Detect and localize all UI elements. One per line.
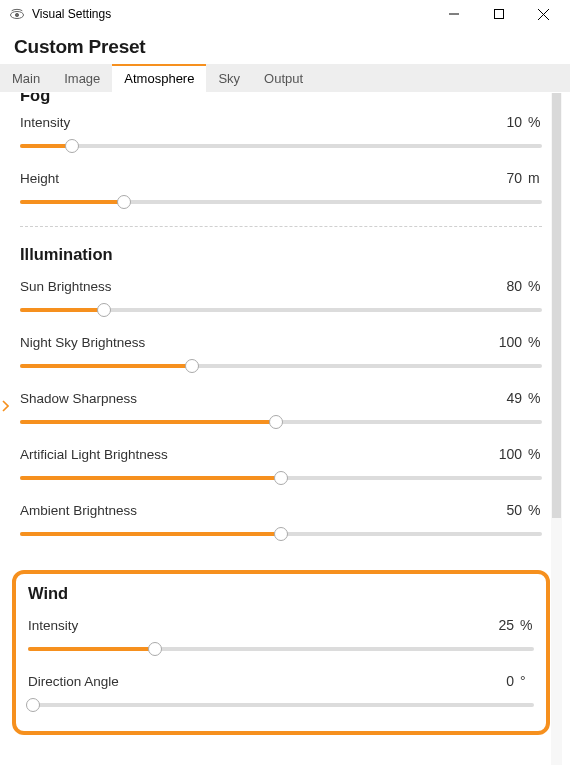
tab-main[interactable]: Main — [0, 64, 52, 92]
slider-thumb[interactable] — [65, 139, 79, 153]
section-title-wind: Wind — [20, 574, 542, 607]
slider-thumb[interactable] — [185, 359, 199, 373]
slider-label: Intensity — [20, 115, 70, 130]
slider-thumb[interactable] — [269, 415, 283, 429]
slider-thumb[interactable] — [117, 195, 131, 209]
tab-bar: Main Image Atmosphere Sky Output — [0, 64, 570, 92]
slider-thumb[interactable] — [274, 471, 288, 485]
settings-content: Fog Intensity 10 % Height 70 m — [12, 93, 562, 771]
slider-unit: % — [520, 617, 534, 633]
slider-label: Night Sky Brightness — [20, 335, 145, 350]
eye-app-icon — [8, 5, 26, 23]
tab-label: Image — [64, 71, 100, 86]
slider-thumb[interactable] — [274, 527, 288, 541]
tab-output[interactable]: Output — [252, 64, 315, 92]
slider-track[interactable] — [20, 302, 542, 318]
slider-label: Intensity — [28, 618, 78, 633]
close-button[interactable] — [521, 0, 566, 28]
slider-track[interactable] — [28, 697, 534, 713]
slider-night-sky-brightness: Night Sky Brightness 100 % — [12, 324, 550, 374]
tab-label: Output — [264, 71, 303, 86]
scrollbar-vertical[interactable] — [551, 93, 562, 765]
slider-shadow-sharpness: Shadow Sharpness 49 % — [12, 380, 550, 430]
slider-unit: % — [528, 446, 542, 462]
slider-unit: ° — [520, 673, 534, 689]
scrollbar-thumb[interactable] — [552, 93, 561, 518]
section-title-fog: Fog — [12, 93, 550, 104]
slider-label: Shadow Sharpness — [20, 391, 137, 406]
tab-image[interactable]: Image — [52, 64, 112, 92]
tab-sky[interactable]: Sky — [206, 64, 252, 92]
slider-wind-intensity: Intensity 25 % — [20, 607, 542, 657]
slider-track[interactable] — [20, 414, 542, 430]
slider-thumb[interactable] — [97, 303, 111, 317]
slider-label: Sun Brightness — [20, 279, 112, 294]
slider-track[interactable] — [20, 194, 542, 210]
section-wind-highlighted: Wind Intensity 25 % Direction Ang — [12, 570, 550, 735]
tab-label: Sky — [218, 71, 240, 86]
slider-fog-height: Height 70 m — [12, 160, 550, 210]
slider-thumb[interactable] — [26, 698, 40, 712]
slider-unit: % — [528, 502, 542, 518]
slider-label: Artificial Light Brightness — [20, 447, 168, 462]
tab-label: Atmosphere — [124, 71, 194, 86]
window-titlebar: Visual Settings — [0, 0, 570, 28]
slider-track[interactable] — [20, 358, 542, 374]
page-title: Custom Preset — [0, 28, 570, 64]
slider-value: 0 — [488, 673, 514, 689]
slider-wind-direction-angle: Direction Angle 0 ° — [20, 663, 542, 713]
slider-value: 100 — [496, 446, 522, 462]
slider-track[interactable] — [20, 470, 542, 486]
window-controls — [431, 0, 566, 28]
slider-value: 10 — [496, 114, 522, 130]
slider-label: Height — [20, 171, 59, 186]
slider-sun-brightness: Sun Brightness 80 % — [12, 268, 550, 318]
tab-atmosphere[interactable]: Atmosphere — [112, 64, 206, 92]
slider-value: 80 — [496, 278, 522, 294]
svg-point-1 — [15, 13, 18, 16]
slider-label: Ambient Brightness — [20, 503, 137, 518]
slider-label: Direction Angle — [28, 674, 119, 689]
slider-track[interactable] — [20, 138, 542, 154]
minimize-button[interactable] — [431, 0, 476, 28]
svg-rect-3 — [494, 10, 503, 19]
slider-unit: % — [528, 390, 542, 406]
slider-value: 25 — [488, 617, 514, 633]
slider-track[interactable] — [28, 641, 534, 657]
slider-unit: % — [528, 114, 542, 130]
slider-value: 100 — [496, 334, 522, 350]
slider-track[interactable] — [20, 526, 542, 542]
slider-value: 50 — [496, 502, 522, 518]
slider-ambient-brightness: Ambient Brightness 50 % — [12, 492, 550, 542]
slider-unit: m — [528, 170, 542, 186]
slider-unit: % — [528, 278, 542, 294]
window-title: Visual Settings — [32, 7, 431, 21]
slider-fog-intensity: Intensity 10 % — [12, 104, 550, 154]
slider-unit: % — [528, 334, 542, 350]
section-title-illumination: Illumination — [12, 233, 550, 268]
tab-label: Main — [12, 71, 40, 86]
slider-thumb[interactable] — [148, 642, 162, 656]
slider-value: 49 — [496, 390, 522, 406]
slider-value: 70 — [496, 170, 522, 186]
expand-panel-icon[interactable] — [0, 398, 10, 414]
slider-artificial-light-brightness: Artificial Light Brightness 100 % — [12, 436, 550, 486]
maximize-button[interactable] — [476, 0, 521, 28]
section-divider — [20, 226, 542, 227]
